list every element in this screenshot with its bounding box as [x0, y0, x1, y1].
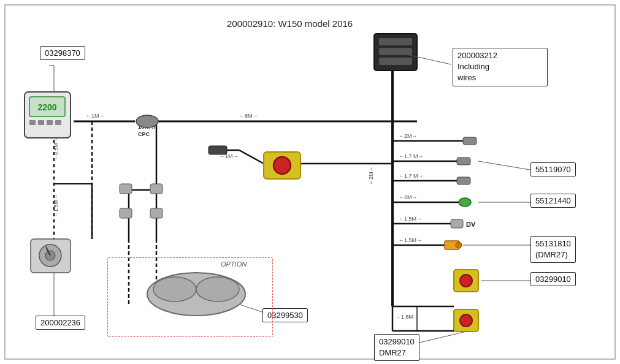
svg-text:←0.5M→: ←0.5M→ — [53, 137, 59, 161]
svg-text:←8M→: ←8M→ — [239, 113, 258, 119]
option-label: OPTION — [221, 260, 247, 268]
svg-text:←1.5M→: ←1.5M→ — [399, 237, 422, 243]
svg-point-24 — [459, 198, 471, 207]
label-55131810: 55131810(DMR27) — [530, 236, 576, 263]
label-55119070: 55119070 — [530, 162, 576, 176]
option-box — [107, 257, 273, 337]
svg-text:←2M→: ←2M→ — [399, 133, 418, 139]
svg-point-30 — [456, 242, 462, 248]
svg-text:←1.7 M→: ←1.7 M→ — [399, 153, 424, 159]
svg-rect-18 — [463, 137, 476, 145]
svg-rect-77 — [29, 120, 36, 125]
svg-text:←1.5M→: ←1.5M→ — [53, 194, 59, 218]
label-200002236: 200002236 — [36, 316, 85, 330]
svg-point-32 — [460, 275, 472, 287]
svg-point-90 — [274, 157, 291, 174]
svg-rect-44 — [379, 48, 412, 55]
svg-rect-26 — [451, 219, 463, 228]
svg-rect-82 — [150, 184, 163, 194]
label-55121440: 55121440 — [530, 194, 576, 208]
label-03299010-dmr27: 03299010DMR27 — [374, 334, 419, 361]
svg-rect-78 — [38, 120, 44, 125]
svg-rect-80 — [55, 120, 61, 125]
svg-text:CPC: CPC — [138, 131, 150, 137]
svg-text:←1M→: ←1M→ — [86, 113, 105, 119]
svg-rect-20 — [457, 157, 470, 165]
diagram-container: DV — [0, 0, 620, 364]
svg-text:←1.5M→: ←1.5M→ — [399, 216, 422, 222]
label-03299010-right: 03299010 — [530, 272, 576, 286]
label-03298370: 03298370 — [40, 46, 85, 60]
svg-rect-43 — [379, 38, 412, 45]
diagram-title: 200002910: W150 model 2016 — [227, 17, 353, 30]
svg-rect-83 — [120, 208, 132, 218]
svg-text:←2M→: ←2M→ — [368, 166, 374, 185]
svg-text:2200: 2200 — [37, 102, 56, 112]
svg-rect-45 — [379, 58, 412, 65]
svg-text:←1.8M→: ←1.8M→ — [396, 314, 419, 320]
svg-line-54 — [417, 332, 466, 343]
svg-text:←1.7 M→: ←1.7 M→ — [399, 173, 424, 179]
svg-rect-84 — [150, 208, 163, 218]
svg-text:←2M→: ←2M→ — [399, 194, 418, 200]
svg-rect-79 — [47, 120, 53, 125]
svg-rect-22 — [457, 177, 470, 184]
svg-point-34 — [460, 314, 472, 327]
svg-line-14 — [239, 150, 264, 164]
svg-line-50 — [478, 161, 534, 170]
svg-text:DV: DV — [466, 221, 476, 228]
label-200003212: 200003212Includingwires — [453, 48, 548, 86]
svg-rect-91 — [209, 146, 227, 154]
svg-rect-81 — [120, 184, 132, 194]
svg-point-59 — [136, 115, 158, 127]
